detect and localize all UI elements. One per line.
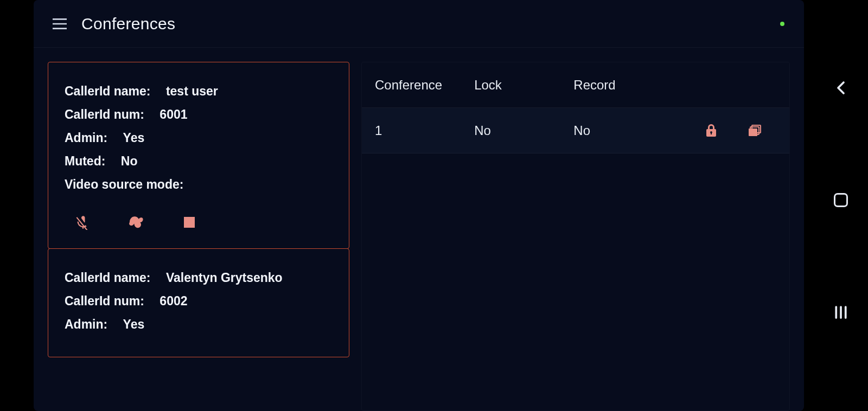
- admin-label: Admin:: [65, 317, 107, 332]
- muted-label: Muted:: [65, 154, 105, 169]
- callerid-num-value: 6002: [159, 294, 187, 309]
- callerid-name-label: CallerId name:: [65, 271, 151, 285]
- app-screen: Conferences CallerId name: test user Cal…: [34, 0, 804, 411]
- mic-muted-icon: [75, 215, 91, 230]
- chevron-left-icon: [833, 80, 849, 96]
- participant-field: CallerId name: Valentyn Grytsenko: [65, 271, 333, 285]
- participant-field: Admin: Yes: [65, 317, 333, 332]
- callerid-name-value: test user: [166, 84, 218, 99]
- participant-field: Admin: Yes: [65, 131, 333, 145]
- cell-lock: No: [474, 123, 573, 138]
- cell-record: No: [573, 123, 690, 138]
- system-recents-button[interactable]: [829, 300, 853, 324]
- conferences-table: Conference Lock Record 1 No No: [361, 62, 790, 411]
- callerid-num-label: CallerId num:: [65, 294, 144, 309]
- lock-action[interactable]: [690, 124, 733, 137]
- admin-value: Yes: [123, 131, 145, 145]
- video-icon: [128, 216, 144, 229]
- participant-actions: [65, 213, 333, 232]
- video-source-mode-label: Video source mode:: [65, 177, 183, 192]
- recents-icon: [833, 304, 849, 320]
- admin-label: Admin:: [65, 131, 107, 145]
- participant-field: Video source mode:: [65, 177, 333, 192]
- system-home-button[interactable]: [829, 188, 853, 212]
- mute-button[interactable]: [73, 213, 93, 232]
- stop-button[interactable]: [180, 213, 199, 232]
- stop-icon: [184, 217, 195, 228]
- col-record: Record: [573, 78, 690, 93]
- content-area: CallerId name: test user CallerId num: 6…: [34, 48, 804, 411]
- square-outline-icon: [834, 193, 848, 207]
- participant-field: Muted: No: [65, 154, 333, 169]
- admin-value: Yes: [123, 317, 145, 332]
- participant-field: CallerId num: 6001: [65, 107, 333, 122]
- system-nav-bar: [814, 0, 868, 411]
- participant-card[interactable]: CallerId name: Valentyn Grytsenko Caller…: [48, 248, 349, 357]
- table-row[interactable]: 1 No No: [362, 108, 789, 153]
- system-back-button[interactable]: [829, 76, 853, 100]
- participant-field: CallerId name: test user: [65, 84, 333, 99]
- table-header: Conference Lock Record: [362, 62, 789, 108]
- col-lock: Lock: [474, 78, 573, 93]
- top-bar: Conferences: [34, 0, 804, 48]
- callerid-name-value: Valentyn Grytsenko: [166, 271, 283, 285]
- stack-action[interactable]: [733, 125, 776, 137]
- connection-status-dot: [780, 22, 784, 26]
- participant-field: CallerId num: 6002: [65, 294, 333, 309]
- callerid-num-value: 6001: [159, 107, 187, 122]
- cell-conference: 1: [375, 123, 474, 138]
- stack-icon: [748, 125, 761, 137]
- page-title: Conferences: [81, 15, 175, 33]
- participant-card[interactable]: CallerId name: test user CallerId num: 6…: [48, 62, 349, 249]
- callerid-name-label: CallerId name:: [65, 84, 151, 99]
- col-conference: Conference: [375, 78, 474, 93]
- lock-icon: [706, 124, 717, 137]
- hamburger-icon: [53, 18, 67, 29]
- video-button[interactable]: [126, 213, 146, 232]
- participants-panel: CallerId name: test user CallerId num: 6…: [48, 62, 349, 411]
- muted-value: No: [121, 154, 138, 169]
- callerid-num-label: CallerId num:: [65, 107, 144, 122]
- menu-button[interactable]: [49, 13, 71, 35]
